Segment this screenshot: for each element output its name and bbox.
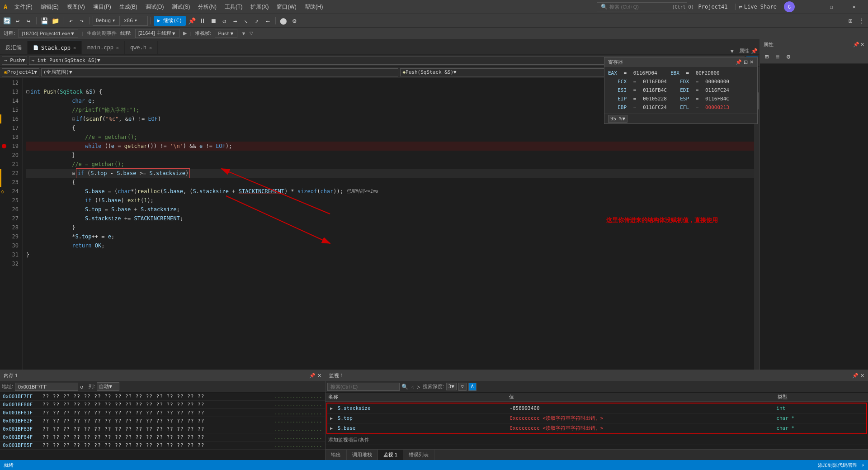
tab-watch1[interactable]: 监视 1: [378, 450, 403, 461]
watch-next-btn[interactable]: ▷: [416, 384, 421, 390]
bottom-status-mode: 就绪: [4, 462, 14, 469]
menu-debug[interactable]: 调试(D): [142, 1, 168, 13]
mem-refresh-icon[interactable]: ↺: [80, 384, 83, 390]
mem-addr-input[interactable]: [15, 383, 78, 391]
search-box[interactable]: 🔍 (Ctrl+Q): [597, 2, 687, 11]
watch-expand-sbase[interactable]: ▶: [330, 426, 333, 431]
tb-step-btn[interactable]: ⏸: [198, 16, 208, 26]
tb-open-btn[interactable]: 📁: [50, 16, 60, 26]
menu-build[interactable]: 生成(B): [116, 1, 141, 13]
gutter-27: 27: [0, 214, 22, 223]
tb-back-btn[interactable]: ↶: [66, 16, 76, 26]
watch-case-btn[interactable]: A: [468, 383, 476, 391]
reg-float-icon[interactable]: ⊡: [744, 59, 748, 65]
close-btn[interactable]: ✕: [844, 0, 864, 14]
live-share-btn[interactable]: ⇄ Live Share: [735, 4, 780, 10]
tab-qwe-close[interactable]: ✕: [149, 45, 152, 50]
code-line-29: *S.top++ = e;: [26, 232, 754, 241]
fold-icon-16[interactable]: ⊟: [72, 114, 75, 123]
tb-restart-btn[interactable]: ↺: [219, 16, 229, 26]
tb-forward-btn[interactable]: ↷: [77, 16, 87, 26]
tb-undo-btn[interactable]: ↩: [13, 16, 23, 26]
tb-stepback-btn[interactable]: ⇠: [263, 16, 273, 26]
watch-expand-stop[interactable]: ▶: [330, 416, 333, 421]
tab-errorlist[interactable]: 错误列表: [403, 450, 434, 461]
reg-zoom-dropdown[interactable]: 95 %▼: [608, 115, 627, 123]
tb-breakpoint-btn[interactable]: ⬤: [278, 16, 288, 26]
mem-close-icon[interactable]: ✕: [317, 373, 321, 379]
reg-esi-edi: ESI = 0116FB4C EDI = 0116FC24: [608, 86, 754, 95]
menu-tools[interactable]: 工具(T): [221, 1, 246, 13]
menu-window[interactable]: 窗口(W): [273, 1, 300, 13]
continue-btn[interactable]: ▶ 继续(C): [154, 16, 186, 26]
tb-stop-btn[interactable]: ⏹: [208, 16, 218, 26]
menu-help[interactable]: 帮助(H): [301, 1, 327, 13]
watch-search-icon[interactable]: 🔍: [401, 384, 408, 390]
tab-output[interactable]: 输出: [326, 450, 347, 461]
mem-row-3: 0x001BF81F ?? ?? ?? ?? ?? ?? ?? ?? ?? ??…: [0, 409, 325, 417]
platform-dropdown[interactable]: x86 ▼: [121, 16, 148, 26]
tb-stepout-btn[interactable]: ↗: [252, 16, 262, 26]
tb-redo-btn[interactable]: ↪: [24, 16, 33, 26]
user-avatar[interactable]: G: [784, 1, 795, 12]
menu-test[interactable]: 测试(S): [168, 1, 193, 13]
search-input[interactable]: [609, 4, 672, 9]
tb-stepover-btn[interactable]: →: [230, 16, 240, 26]
watch-pin-icon[interactable]: 📌: [852, 373, 859, 379]
prop-grid-btn[interactable]: ⊞: [762, 52, 772, 62]
scope-range-dropdown[interactable]: (全局范围) ▼: [41, 68, 399, 76]
tab-main-close[interactable]: ✕: [116, 45, 119, 50]
properties-pin-icon[interactable]: 📌: [853, 42, 859, 47]
bottom-add-source[interactable]: 添加到源代码管理: [818, 462, 858, 469]
menu-analyze[interactable]: 分析(N): [194, 1, 220, 13]
tab-main-cpp[interactable]: main.cpp ✕: [82, 41, 125, 54]
nav-push-dropdown[interactable]: ⇒ Push ▼: [2, 57, 27, 65]
watch-add-label[interactable]: 添加监视项目/条件: [326, 437, 868, 443]
watch-close-icon[interactable]: ✕: [860, 373, 864, 379]
menu-edit[interactable]: 编辑(E): [37, 1, 62, 13]
tab-qwe-h[interactable]: qwe.h ✕: [125, 41, 158, 54]
maximize-btn[interactable]: ☐: [821, 0, 842, 14]
prop-list-btn[interactable]: ≡: [773, 52, 783, 62]
watch-name-stacksize: ▶ S.stacksize: [327, 405, 507, 411]
tab-disassembly[interactable]: 反汇编: [0, 41, 28, 54]
menu-file[interactable]: 文件(F): [11, 1, 36, 13]
tb-more-btn[interactable]: ⋮: [856, 16, 866, 26]
watch-filter-btn[interactable]: ▽: [458, 383, 467, 391]
stackframe-dropdown[interactable]: Push▼: [215, 29, 237, 38]
properties-close-icon[interactable]: ✕: [860, 42, 864, 47]
fold-icon-22[interactable]: ⊟: [72, 169, 75, 178]
watch-search-input[interactable]: [327, 383, 400, 391]
tab-stack-cpp[interactable]: 📄 Stack.cpp ✕: [28, 41, 82, 54]
mem-col-dropdown[interactable]: 自动▼: [97, 382, 119, 391]
watch-prev-btn[interactable]: ◁: [410, 384, 415, 390]
tab-pin-icon[interactable]: 📌: [751, 48, 758, 54]
gutter-12: 12: [0, 78, 22, 87]
minimize-btn[interactable]: —: [798, 0, 819, 14]
tb-stepinto-btn[interactable]: ↘: [241, 16, 251, 26]
mem-pin-icon[interactable]: 📌: [309, 373, 316, 379]
debug-mode-dropdown[interactable]: Debug ▼: [93, 16, 120, 26]
reg-pin-icon[interactable]: 📌: [736, 59, 742, 65]
tb-new-btn[interactable]: 🔄: [2, 16, 12, 26]
tab-stack-close[interactable]: ✕: [73, 45, 76, 50]
tb-settings-btn[interactable]: ⚙: [289, 16, 299, 26]
tab-overflow-icon[interactable]: ▼: [731, 48, 734, 54]
watch-expand-stacksize[interactable]: ▶: [330, 406, 333, 411]
thread-dropdown[interactable]: [21644] 主线程▼: [135, 29, 179, 38]
tb-save-btn[interactable]: 💾: [39, 16, 49, 26]
menu-extend[interactable]: 扩展(X): [247, 1, 272, 13]
lifecycle-btn[interactable]: 生命周期事件: [87, 30, 117, 37]
tb-layout-btn[interactable]: ⊞: [845, 16, 855, 26]
watch-depth-dropdown[interactable]: 3▼: [446, 383, 457, 390]
tab-callstack[interactable]: 调用堆栈: [347, 450, 378, 461]
reg-close-icon[interactable]: ✕: [750, 59, 754, 65]
prop-settings-btn[interactable]: ⚙: [783, 52, 793, 62]
process-dropdown[interactable]: [18704] Project41.exe▼: [19, 29, 78, 38]
menu-project[interactable]: 项目(P): [90, 1, 115, 13]
scope-range-label: (全局范围): [43, 69, 69, 76]
tb-pin-btn[interactable]: 📌: [187, 16, 197, 26]
scope-project-dropdown[interactable]: ◉ Project41 ▼: [2, 68, 39, 76]
gutter-32: 32: [0, 259, 22, 268]
menu-view[interactable]: 视图(V): [63, 1, 89, 13]
